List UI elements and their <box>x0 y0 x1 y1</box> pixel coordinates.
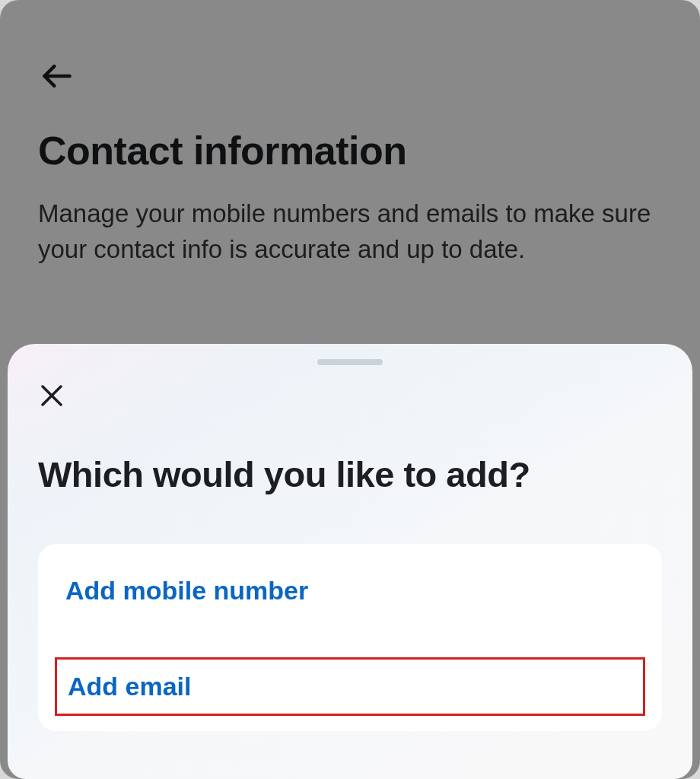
option-label: Add email <box>68 672 191 701</box>
sheet-title: Which would you like to add? <box>38 453 662 495</box>
spacer <box>38 622 662 633</box>
close-icon <box>38 382 65 409</box>
drag-handle[interactable] <box>317 359 383 365</box>
add-email-option[interactable]: Add email <box>55 657 645 716</box>
add-mobile-number-option[interactable]: Add mobile number <box>38 559 662 622</box>
options-card: Add mobile number Add email <box>38 544 662 731</box>
option-label: Add mobile number <box>65 576 308 605</box>
bottom-sheet: Which would you like to add? Add mobile … <box>8 344 692 779</box>
close-button[interactable] <box>37 380 67 411</box>
